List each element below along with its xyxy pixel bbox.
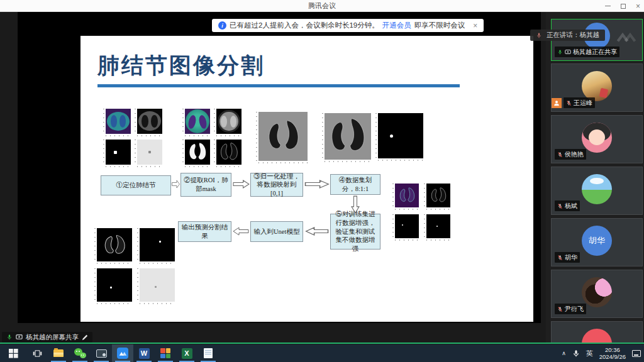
tray-expand-chevron-icon[interactable]: ∧ xyxy=(562,350,566,356)
participant-tile[interactable] xyxy=(551,321,643,343)
share-owner-label: 杨其越的屏幕共享 xyxy=(26,333,79,342)
taskbar-app-excel[interactable]: X xyxy=(176,344,197,362)
mic-on-icon xyxy=(6,334,13,341)
tray-mic-icon[interactable] xyxy=(572,349,580,358)
avatar xyxy=(582,329,612,343)
participant-name-badge: 王运峰 xyxy=(564,97,595,108)
nodule-mask-image xyxy=(374,113,423,162)
avatar xyxy=(582,123,612,153)
taskbar-app-toolbox[interactable] xyxy=(155,344,176,362)
close-button[interactable]: × xyxy=(636,3,640,10)
taskbar-app-notepad[interactable] xyxy=(197,344,219,362)
participant-name-badge: 侯艳艳 xyxy=(555,149,586,160)
minimize-button[interactable] xyxy=(605,6,611,6)
participant-name-badge: 尹衍飞 xyxy=(555,304,586,314)
screen-share-icon xyxy=(565,49,571,55)
ct-colormap-image xyxy=(181,109,210,138)
aug-mask-image xyxy=(391,214,419,242)
participant-tile[interactable]: 尹衍飞 xyxy=(551,270,643,318)
participant-tile[interactable]: 王运峰 xyxy=(551,63,643,112)
info-icon: i xyxy=(218,21,226,30)
system-tray: ∧ 英 20:36 2024/9/26 xyxy=(562,344,641,362)
flow-step-5: ⑤对训练集进行数据增强，验证集和测试集不做数据增强 xyxy=(330,214,380,250)
aug-contour-image xyxy=(423,184,450,211)
shared-screen-region: 肺结节图像分割 ①定位肺结节 ②提取ROI，肺部mask ③归一化处理，将数据映… xyxy=(18,12,541,323)
aug-mask-image xyxy=(423,214,450,242)
host-badge-icon xyxy=(552,98,562,108)
avatar xyxy=(582,277,612,307)
speaking-indicator-toast: 正在讲话：杨其越 xyxy=(530,30,605,41)
avatar xyxy=(582,174,612,204)
banner-close-icon[interactable]: × xyxy=(473,21,477,30)
mic-on-icon xyxy=(557,49,563,55)
ct-gray-image xyxy=(133,109,162,138)
notice-text: 已有超过2人提前入会，会议剩余时长19分钟。 xyxy=(230,21,379,30)
windows-taskbar: W X ∧ 英 20:36 2024/9/26 xyxy=(0,344,644,362)
meeting-logo-watermark-icon xyxy=(616,32,637,43)
toolbox-icon xyxy=(160,348,170,358)
mic-muted-icon xyxy=(557,306,563,312)
mic-muted-icon xyxy=(557,203,563,209)
notice-suffix: 即享不限时会议 xyxy=(414,21,465,30)
upgrade-membership-link[interactable]: 开通会员 xyxy=(382,21,411,30)
screen-share-icon xyxy=(16,334,23,341)
title-underline xyxy=(97,84,460,87)
participant-tile[interactable]: 胡华 胡华 xyxy=(551,218,643,266)
participant-tile[interactable]: 侯艳艳 xyxy=(551,115,643,163)
taskbar-app-remote-screen[interactable] xyxy=(91,344,112,362)
arrow-left-icon xyxy=(233,227,249,236)
slide-title: 肺结节图像分割 xyxy=(97,51,265,80)
flow-step-1: ①定位肺结节 xyxy=(101,175,171,195)
mic-muted-icon xyxy=(557,255,563,261)
pred-dot-image xyxy=(136,228,175,265)
maximize-button[interactable] xyxy=(621,4,626,9)
arrow-right-icon xyxy=(172,180,180,189)
taskbar-app-wechat[interactable] xyxy=(69,344,91,362)
arrow-right-icon xyxy=(233,180,250,189)
flow-step-4: ④数据集划分，8:1:1 xyxy=(330,174,380,195)
task-view-button[interactable] xyxy=(26,344,48,362)
share-border-line xyxy=(0,343,644,344)
annotate-pencil-icon[interactable] xyxy=(82,334,88,341)
participant-name-badge: 胡华 xyxy=(555,252,580,263)
wechat-icon xyxy=(74,348,86,358)
mic-muted-icon xyxy=(566,100,572,106)
presentation-slide: 肺结节图像分割 ①定位肺结节 ②提取ROI，肺部mask ③归一化处理，将数据映… xyxy=(80,36,533,322)
tray-time: 20:36 xyxy=(605,346,620,353)
arrow-left-icon xyxy=(305,227,329,236)
window-title: 腾讯会议 xyxy=(308,1,336,11)
pred-contour-image xyxy=(93,228,132,265)
screen-share-status-bar: 杨其越的屏幕共享 xyxy=(2,332,92,343)
taskbar-app-explorer[interactable] xyxy=(48,344,69,362)
ct-colormap-image xyxy=(102,109,131,138)
participant-name-badge: 杨斌 xyxy=(555,200,580,211)
screen-tool-icon xyxy=(96,349,107,358)
flow-step-unet: 输入到Unet模型 xyxy=(250,221,303,242)
start-button[interactable] xyxy=(0,344,26,362)
pred-dot-image xyxy=(93,268,132,305)
speaking-label: 正在讲话：杨其越 xyxy=(547,31,599,40)
tray-date: 2024/9/26 xyxy=(599,353,626,360)
pred-light-image xyxy=(136,268,175,305)
aug-colormap-image xyxy=(391,184,419,211)
mic-muted-icon xyxy=(557,151,563,158)
excel-icon: X xyxy=(182,348,192,359)
action-center-icon[interactable] xyxy=(632,350,641,357)
nodule-mask-image xyxy=(102,140,131,168)
lung-contour-image xyxy=(213,140,242,168)
word-icon: W xyxy=(139,348,150,359)
roi-image xyxy=(255,112,308,165)
input-language-indicator[interactable]: 英 xyxy=(586,349,593,358)
clock[interactable]: 20:36 2024/9/26 xyxy=(599,346,626,361)
meeting-notice-banner: i 已有超过2人提前入会，会议剩余时长19分钟。 开通会员 即享不限时会议 × xyxy=(212,19,484,32)
notepad-icon xyxy=(204,348,213,358)
participant-tile[interactable]: 杨斌 xyxy=(551,167,643,215)
speaker-mic-icon xyxy=(536,32,542,39)
ct-gray-image xyxy=(213,109,242,138)
arrow-right-icon xyxy=(304,180,330,189)
windows-logo-icon xyxy=(9,349,18,358)
taskbar-app-word[interactable]: W xyxy=(133,344,155,362)
participants-sidebar: 杨其越正在共享 王运峰 侯艳艳 杨斌 xyxy=(546,12,644,343)
taskbar-app-tencent-meeting[interactable] xyxy=(112,344,133,362)
title-bar: 腾讯会议 × xyxy=(0,0,644,12)
